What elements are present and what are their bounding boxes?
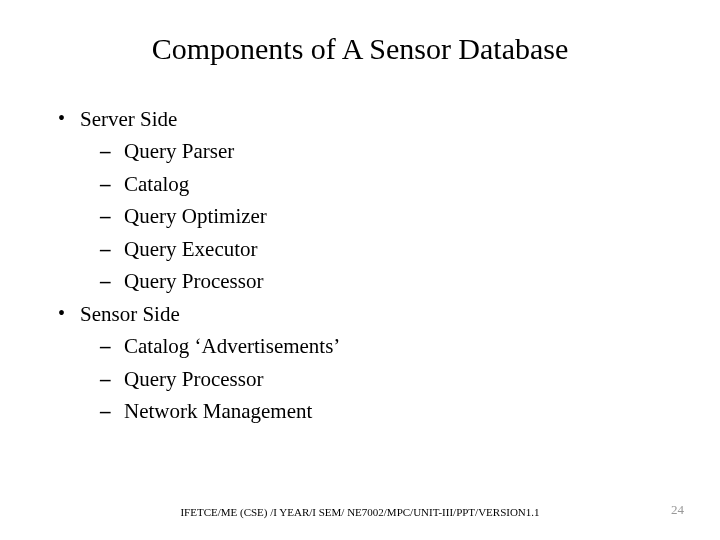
list-item-label: Query Processor <box>124 367 263 391</box>
list-item: Catalog <box>100 169 680 199</box>
footer-text: IFETCE/ME (CSE) /I YEAR/I SEM/ NE7002/MP… <box>40 506 680 518</box>
slide: Components of A Sensor Database Server S… <box>0 0 720 540</box>
list-item-label: Query Processor <box>124 269 263 293</box>
list-item-label: Sensor Side <box>80 302 180 326</box>
slide-title: Components of A Sensor Database <box>40 32 680 66</box>
list-item-label: Catalog ‘Advertisements’ <box>124 334 340 358</box>
list-item-label: Server Side <box>80 107 177 131</box>
list-item: Query Optimizer <box>100 201 680 231</box>
list-item: Network Management <box>100 396 680 426</box>
bullet-list-level1: Server Side Query Parser Catalog Query O… <box>56 104 680 426</box>
list-item: Sensor Side Catalog ‘Advertisements’ Que… <box>56 299 680 427</box>
list-item-label: Query Optimizer <box>124 204 267 228</box>
bullet-list-level2: Query Parser Catalog Query Optimizer Que… <box>80 136 680 296</box>
list-item-label: Query Parser <box>124 139 234 163</box>
bullet-list-level2: Catalog ‘Advertisements’ Query Processor… <box>80 331 680 426</box>
slide-content: Server Side Query Parser Catalog Query O… <box>40 104 680 426</box>
list-item: Server Side Query Parser Catalog Query O… <box>56 104 680 297</box>
page-number: 24 <box>671 502 684 518</box>
list-item: Catalog ‘Advertisements’ <box>100 331 680 361</box>
list-item-label: Catalog <box>124 172 189 196</box>
list-item-label: Network Management <box>124 399 312 423</box>
list-item: Query Processor <box>100 266 680 296</box>
slide-footer: IFETCE/ME (CSE) /I YEAR/I SEM/ NE7002/MP… <box>0 506 720 518</box>
list-item: Query Parser <box>100 136 680 166</box>
list-item: Query Executor <box>100 234 680 264</box>
list-item: Query Processor <box>100 364 680 394</box>
list-item-label: Query Executor <box>124 237 258 261</box>
